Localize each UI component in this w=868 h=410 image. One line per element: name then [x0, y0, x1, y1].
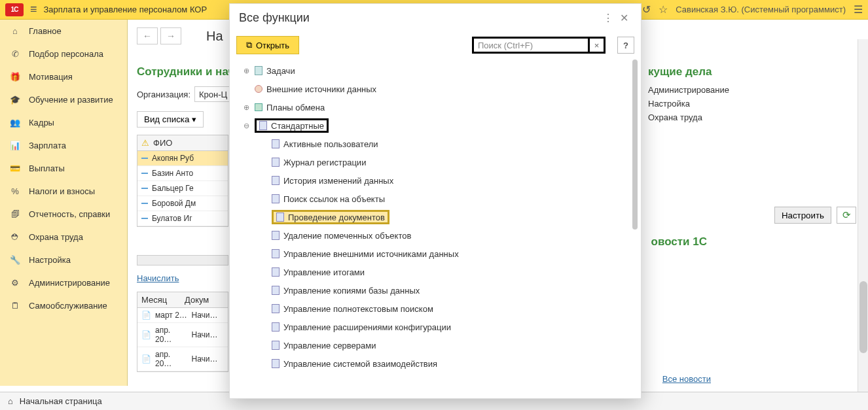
row-marker-icon	[141, 203, 148, 204]
phone-icon: ✆	[9, 49, 21, 59]
sidebar-item[interactable]: 🎓Обучение и развитие	[0, 88, 127, 111]
tree-subitem[interactable]: Проведение документов	[230, 208, 641, 226]
user-name[interactable]: Савинская З.Ю. (Системный программист)	[676, 5, 846, 14]
sidebar-item[interactable]: ⚙Администрирование	[0, 271, 127, 294]
right-section-title-partial: кущие дела	[648, 65, 858, 78]
tree-subitem[interactable]: Управление внешними источниками данных	[230, 245, 641, 263]
tree-item-label: Управление копиями базы данных	[283, 286, 420, 296]
collapse-icon[interactable]: ⊖	[242, 122, 251, 130]
col-doc: Докум	[185, 295, 224, 305]
table-row[interactable]: 📄апр. 20…Начи…	[137, 347, 228, 371]
horizontal-scrollbar[interactable]	[137, 255, 228, 265]
dialog-more-icon[interactable]: ⋮	[600, 10, 616, 26]
table-row[interactable]: 📄март 2…Начи…	[137, 308, 228, 323]
sidebar-item-label: Налоги и взносы	[29, 186, 95, 196]
doc-name: Начи…	[192, 354, 225, 364]
tree-subitem[interactable]: Поиск ссылок на объекты	[230, 190, 641, 208]
dialog-scrollbar[interactable]	[632, 60, 638, 393]
gift-icon: 🎁	[9, 72, 21, 82]
open-button[interactable]: ⧉ Открыть	[236, 36, 299, 54]
tree-subitem[interactable]: Управление итогами	[230, 263, 641, 281]
clear-search-button[interactable]: ×	[590, 37, 606, 54]
tree-subitem[interactable]: Управление расширениями конфигурации	[230, 318, 641, 336]
datasource-icon	[255, 85, 262, 93]
tree-item-standard[interactable]: ⊖Стандартные	[230, 116, 641, 135]
functions-tree[interactable]: ⊕ЗадачиВнешние источники данных⊕Планы об…	[230, 59, 641, 398]
search-input[interactable]	[472, 37, 590, 54]
sidebar-item[interactable]: 🗐Отчетность, справки	[0, 203, 127, 226]
table-row[interactable]: Акопян Руб	[137, 151, 228, 166]
right-link[interactable]: Настройка	[648, 99, 858, 109]
configure-button[interactable]: Настроить	[774, 207, 831, 224]
history-icon[interactable]: ↺	[642, 3, 651, 16]
main-scrollbar-thumb[interactable]	[859, 281, 867, 353]
refresh-button[interactable]: ⟳	[837, 207, 856, 224]
taskbar-start-page[interactable]: Начальная страница	[20, 396, 102, 406]
tree-subitem[interactable]: Управление копиями базы данных	[230, 281, 641, 299]
tree-subitem[interactable]: Управление полнотекстовым поиском	[230, 299, 641, 318]
right-link[interactable]: Администрирование	[648, 85, 858, 95]
logo-1c: 1C	[5, 3, 24, 16]
doc-icon: 📄	[141, 354, 151, 364]
tree-subitem[interactable]: Управление серверами	[230, 336, 641, 354]
doc-name: Начи…	[192, 330, 225, 339]
sidebar-item[interactable]: ⌂Главное	[0, 20, 127, 43]
tree-item-label: Управление расширениями конфигурации	[283, 322, 451, 332]
filter-icon[interactable]: ☰	[854, 3, 863, 16]
tree-item-label: Задачи	[266, 66, 295, 76]
close-icon[interactable]: ✕	[616, 10, 632, 26]
sidebar-item[interactable]: 🔧Настройка	[0, 248, 127, 271]
sidebar-item[interactable]: %Налоги и взносы	[0, 180, 127, 203]
help-button[interactable]: ?	[617, 37, 634, 54]
main-scrollbar[interactable]	[858, 39, 868, 392]
sidebar-item[interactable]: 📊Зарплата	[0, 134, 127, 157]
report-icon: 🗐	[9, 209, 21, 219]
table-row[interactable]: Бальцер Ге	[137, 181, 228, 196]
tree-item[interactable]: ⊕Задачи	[230, 61, 641, 80]
table-row[interactable]: Булатов Иг	[137, 211, 228, 226]
star-icon[interactable]: ☆	[659, 3, 668, 16]
app-title: Зарплата и управление персоналом КОР	[44, 5, 208, 14]
expand-icon[interactable]: ⊕	[242, 103, 251, 112]
tree-item[interactable]: Внешние источники данных	[230, 80, 641, 98]
sidebar-item-label: Подбор персонала	[29, 49, 103, 59]
self-icon: 🗒	[9, 301, 21, 311]
nav-forward-button[interactable]: →	[160, 27, 181, 44]
sidebar-item[interactable]: 🗒Самообслуживание	[0, 294, 127, 317]
dialog-header: Все функции ⋮ ✕	[230, 4, 641, 31]
sidebar-item-label: Главное	[29, 26, 62, 36]
exchange-plan-icon	[255, 103, 262, 111]
nav-back-button[interactable]: ←	[137, 27, 158, 44]
sidebar-item[interactable]: 💳Выплаты	[0, 157, 127, 180]
sidebar-item[interactable]: ⛑Охрана труда	[0, 226, 127, 248]
right-link[interactable]: Охрана труда	[648, 112, 858, 122]
tree-subitem[interactable]: Управление системой взаимодействия	[230, 354, 641, 373]
sidebar-item-label: Кадры	[29, 118, 54, 128]
tree-item[interactable]: ⊕Планы обмена	[230, 98, 641, 116]
tree-item-label: Стандартные	[271, 121, 324, 131]
all-news-link[interactable]: Все новости	[662, 374, 711, 384]
tree-subitem[interactable]: Активные пользователи	[230, 135, 641, 153]
tree-subitem[interactable]: Журнал регистрации	[230, 153, 641, 171]
item-icon	[272, 359, 280, 368]
menu-icon[interactable]: ≡	[30, 3, 37, 16]
tree-item-label: Журнал регистрации	[283, 158, 366, 167]
sidebar-item[interactable]: 🎁Мотивация	[0, 65, 127, 88]
dialog-scrollbar-thumb[interactable]	[632, 60, 638, 230]
table-row[interactable]: Боровой Дм	[137, 196, 228, 211]
employee-name: Базин Анто	[152, 169, 193, 178]
table-row[interactable]: Базин Анто	[137, 166, 228, 181]
table-row[interactable]: 📄апр. 20…Начи…	[137, 323, 228, 347]
sidebar-item[interactable]: 👥Кадры	[0, 111, 127, 134]
org-select[interactable]: Крон-Ц	[194, 86, 232, 102]
tree-item-label: Удаление помеченных объектов	[283, 231, 411, 241]
view-mode-button[interactable]: Вид списка ▾	[137, 111, 204, 128]
item-icon	[272, 176, 280, 185]
expand-icon[interactable]: ⊕	[242, 67, 251, 75]
sidebar-item[interactable]: ✆Подбор персонала	[0, 43, 127, 65]
item-icon	[272, 139, 280, 148]
accrue-link[interactable]: Начислить	[137, 273, 179, 283]
sidebar-item-label: Зарплата	[29, 141, 66, 150]
tree-subitem[interactable]: История изменений данных	[230, 171, 641, 190]
tree-subitem[interactable]: Удаление помеченных объектов	[230, 226, 641, 245]
